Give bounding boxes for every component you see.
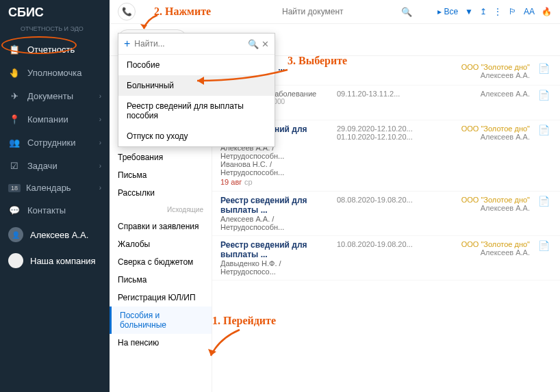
doc-date: [337, 63, 426, 81]
doc-sub: Алексеев А.А. / Нетрудоспособн...: [220, 215, 329, 231]
nav-mail[interactable]: Рассылки: [110, 184, 212, 202]
doc-row[interactable]: Реестр сведений для выплаты ... Давыденк…: [212, 236, 560, 280]
sidebar-item-label: Уполномочка: [27, 68, 82, 78]
doc-date: 08.08.2020-19.08.20...: [337, 196, 426, 231]
upload-icon[interactable]: ↥: [480, 7, 487, 16]
doc-type-icon: 📄: [538, 125, 552, 187]
sidebar-item-companies[interactable]: 📍 Компании ›: [0, 107, 110, 131]
filter-icon[interactable]: ▼: [465, 7, 473, 16]
doc-date-red: 19 авг: [220, 178, 242, 186]
doc-row[interactable]: Реестр сведений для выплаты ... Алексеев…: [212, 192, 560, 236]
doc-type-icon: 📄: [538, 196, 552, 231]
phone-icon[interactable]: 📞: [118, 3, 136, 21]
font-icon[interactable]: AA: [524, 7, 535, 16]
doc-type-icon: 📄: [538, 240, 552, 276]
doc-date: 29.09.2020-12.10.20... 01.10.2020-12.10.…: [337, 125, 426, 187]
sidebar: СБИС ОТЧЕТНОСТЬ И ЭДО 📋 Отчетность 🤚 Упо…: [0, 0, 110, 392]
sidebar-item-calendar[interactable]: 18 Календарь ›: [0, 177, 110, 198]
nav-complaints[interactable]: Жалобы: [110, 235, 212, 253]
nav-treb[interactable]: Требования: [110, 148, 212, 166]
sidebar-company[interactable]: Наша компания: [0, 248, 110, 274]
brand: СБИС: [0, 0, 110, 25]
nav-letters-out[interactable]: Письма: [110, 271, 212, 289]
popup-item[interactable]: Пособие: [118, 55, 275, 75]
popup-plus-icon[interactable]: +: [124, 38, 130, 50]
sidebar-item-staff[interactable]: 👥 Сотрудники ›: [0, 131, 110, 154]
sidebar-user[interactable]: 👤 Алексеев А.А.: [0, 222, 110, 248]
nav-pension[interactable]: На пенсию: [110, 334, 212, 352]
sidebar-item-label: Компании: [27, 114, 68, 125]
doc-sub: Давыденко Н.Ф. / Нетрудоспосо...: [220, 259, 329, 276]
chevron-right-icon: ›: [99, 162, 101, 170]
nav-letters-in[interactable]: Письма: [110, 166, 212, 184]
pin-icon: 📍: [8, 113, 21, 125]
chevron-right-icon: ›: [99, 139, 101, 146]
doc-sub2: Иванова Н.С. / Нетрудоспособн...: [220, 160, 329, 177]
sidebar-item-label: Контакты: [27, 205, 66, 215]
doc-title: Реестр сведений для выплаты ...: [220, 196, 329, 215]
clipboard-icon: 📋: [8, 43, 21, 55]
sidebar-item-label: Документы: [27, 91, 73, 101]
calendar-badge: 18: [8, 184, 21, 192]
chevron-right-icon: ›: [99, 184, 101, 192]
doc-type-icon: 📄: [538, 90, 552, 116]
sidebar-item-label: Отчетность: [27, 44, 75, 55]
search-input[interactable]: [278, 4, 401, 19]
chat-icon: 💬: [8, 204, 21, 216]
popup-search-row: + 🔍 ✕: [118, 34, 275, 55]
people-icon: 👥: [8, 136, 21, 148]
sidebar-item-contacts[interactable]: 💬 Контакты: [0, 198, 110, 222]
sidebar-item-docs[interactable]: ✈ Документы ›: [0, 84, 110, 107]
check-icon: ☑: [8, 159, 21, 172]
popup-item[interactable]: Реестр сведений для выплаты пособия: [118, 96, 275, 126]
search-icon[interactable]: 🔍: [401, 7, 412, 17]
more-icon[interactable]: ⋮: [494, 7, 502, 16]
filter-all[interactable]: ▸ Все: [437, 7, 458, 16]
doc-date: 09.11.20-13.11.2...: [337, 90, 426, 116]
nav-ref[interactable]: Справки и заявления: [110, 218, 212, 235]
topbar: 📞 🔍 ▸ Все ▼ ↥ ⋮ 🏳 AA 🔥: [110, 0, 560, 24]
doc-org: ООО "Золотое дно" Алексеев А.А.: [434, 196, 530, 231]
company-name: Наша компания: [30, 256, 96, 266]
sidebar-item-label: Задачи: [27, 161, 58, 171]
chevron-right-icon: ›: [99, 92, 101, 100]
sidebar-item-tasks[interactable]: ☑ Задачи ›: [0, 154, 110, 177]
doc-title: Реестр сведений для выплаты ...: [220, 240, 329, 259]
hand-icon: 🤚: [8, 66, 21, 79]
fire-icon[interactable]: 🔥: [542, 7, 552, 16]
create-popup: + 🔍 ✕ Пособие Больничный Реестр сведений…: [118, 33, 275, 147]
popup-item-hovered[interactable]: Больничный: [118, 75, 275, 96]
nav-reg[interactable]: Регистрация ЮЛ/ИП: [110, 289, 212, 306]
company-avatar: [8, 253, 23, 268]
brand-subtitle: ОТЧЕТНОСТЬ И ЭДО: [0, 25, 110, 38]
doc-org: ООО "Золотое дно" Алексеев А.А.: [434, 63, 530, 81]
nav-sep-out: Исходящие: [110, 202, 212, 218]
popup-search-input[interactable]: [134, 39, 248, 49]
nav-benefits[interactable]: Пособия и больничные: [110, 306, 212, 334]
sidebar-item-auth[interactable]: 🤚 Уполномочка: [0, 61, 110, 84]
sidebar-item-label: Календарь: [26, 183, 71, 193]
nav-recon[interactable]: Сверка с бюджетом: [110, 253, 212, 271]
flag-icon[interactable]: 🏳: [509, 7, 517, 16]
send-icon: ✈: [8, 90, 21, 102]
chevron-right-icon: ›: [99, 116, 101, 123]
popup-close-icon[interactable]: ✕: [262, 39, 269, 49]
doc-type-icon: 📄: [538, 63, 552, 81]
doc-date: 10.08.2020-19.08.20...: [337, 240, 426, 276]
sidebar-item-reports[interactable]: 📋 Отчетность: [0, 38, 110, 61]
user-name: Алексеев А.А.: [30, 230, 88, 240]
avatar: 👤: [8, 227, 23, 242]
sidebar-item-label: Сотрудники: [27, 138, 75, 148]
popup-item[interactable]: Отпуск по уходу: [118, 126, 275, 146]
doc-org: Алексеев А.А.: [434, 90, 530, 116]
doc-org: ООО "Золотое дно" Алексеев А.А.: [434, 125, 530, 187]
doc-org: ООО "Золотое дно" Алексеев А.А.: [434, 240, 530, 276]
popup-search-icon[interactable]: 🔍: [248, 39, 259, 49]
